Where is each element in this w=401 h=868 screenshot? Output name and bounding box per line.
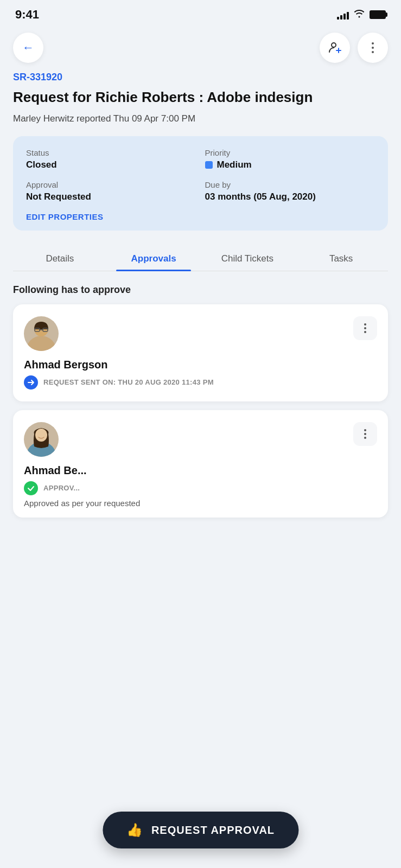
status-time: 9:41 bbox=[15, 8, 39, 22]
approval-label: Approval bbox=[26, 180, 196, 189]
cta-label: REQUEST APPROVAL bbox=[151, 824, 275, 837]
approval-prop: Approval Not Requested bbox=[26, 180, 196, 202]
back-arrow-icon: ← bbox=[22, 41, 34, 55]
request-sent-icon bbox=[24, 375, 38, 390]
approver-1-name: Ahmad Bergson bbox=[24, 359, 377, 371]
more-options-button[interactable] bbox=[358, 33, 388, 63]
ticket-id: SR-331920 bbox=[13, 72, 388, 83]
back-button[interactable]: ← bbox=[13, 33, 43, 63]
ticket-title: Request for Richie Roberts : Adobe indes… bbox=[13, 88, 388, 107]
approver-card-2: Ahmad Be... APPROV... Approved as per yo… bbox=[13, 410, 388, 518]
wifi-icon bbox=[353, 9, 365, 21]
approved-note: Approved as per your requested bbox=[24, 495, 377, 518]
approver-1-more-button[interactable] bbox=[353, 316, 377, 340]
add-user-icon bbox=[328, 40, 342, 56]
approver-1-status: REQUEST SENT ON: THU 20 AUG 2020 11:43 P… bbox=[24, 375, 377, 390]
nav-right-actions bbox=[320, 33, 388, 63]
approver-2-status-text: APPROV... bbox=[43, 484, 80, 492]
request-approval-button[interactable]: 👍 REQUEST APPROVAL bbox=[103, 812, 298, 848]
signal-icon bbox=[337, 10, 349, 20]
edit-properties-button[interactable]: EDIT PROPERTIES bbox=[26, 212, 104, 221]
approval-value: Not Requested bbox=[26, 192, 196, 202]
approver-2-more-button[interactable] bbox=[353, 422, 377, 446]
ticket-reporter: Marley Herwitz reported Thu 09 Apr 7:00 … bbox=[13, 113, 388, 124]
status-bar: 9:41 bbox=[0, 0, 401, 27]
add-user-button[interactable] bbox=[320, 33, 350, 63]
status-value: Closed bbox=[26, 159, 196, 170]
status-icons bbox=[337, 9, 386, 21]
tab-approvals[interactable]: Approvals bbox=[107, 246, 201, 271]
priority-value: Medium bbox=[205, 159, 375, 170]
approver-2-name: Ahmad Be... bbox=[24, 464, 377, 477]
svg-point-0 bbox=[332, 43, 336, 47]
approver-card-1-top bbox=[24, 316, 377, 351]
approver-card-1: Ahmad Bergson REQUEST SENT ON: THU 20 AU… bbox=[13, 304, 388, 401]
main-content: SR-331920 Request for Richie Roberts : A… bbox=[0, 72, 401, 518]
tab-child-tickets[interactable]: Child Tickets bbox=[201, 246, 295, 271]
approvals-section-title: Following has to approve bbox=[13, 284, 388, 296]
approver-1-status-text: REQUEST SENT ON: THU 20 AUG 2020 11:43 P… bbox=[43, 378, 214, 386]
tabs-bar: Details Approvals Child Tickets Tasks bbox=[13, 246, 388, 271]
properties-card: Status Closed Priority Medium Approval N… bbox=[13, 136, 388, 231]
approver-card-2-top bbox=[24, 422, 377, 457]
approver-2-status: APPROV... bbox=[24, 481, 377, 495]
priority-label: Priority bbox=[205, 148, 375, 157]
props-grid: Status Closed Priority Medium Approval N… bbox=[26, 148, 375, 202]
thumbs-up-icon: 👍 bbox=[126, 822, 143, 838]
due-by-label: Due by bbox=[205, 180, 375, 189]
tab-details[interactable]: Details bbox=[13, 246, 107, 271]
tab-tasks[interactable]: Tasks bbox=[294, 246, 388, 271]
approved-icon bbox=[24, 481, 38, 495]
priority-prop: Priority Medium bbox=[205, 148, 375, 170]
approver-1-avatar bbox=[24, 316, 59, 351]
due-by-prop: Due by 03 months (05 Aug, 2020) bbox=[205, 180, 375, 202]
priority-color-dot bbox=[205, 161, 213, 169]
battery-icon bbox=[370, 10, 386, 19]
more-dots-icon bbox=[372, 42, 374, 53]
top-nav: ← bbox=[0, 27, 401, 72]
due-by-value: 03 months (05 Aug, 2020) bbox=[205, 192, 375, 202]
svg-point-10 bbox=[35, 429, 47, 442]
svg-point-3 bbox=[26, 336, 56, 351]
status-prop: Status Closed bbox=[26, 148, 196, 170]
status-label: Status bbox=[26, 148, 196, 157]
approver-2-avatar bbox=[24, 422, 59, 457]
